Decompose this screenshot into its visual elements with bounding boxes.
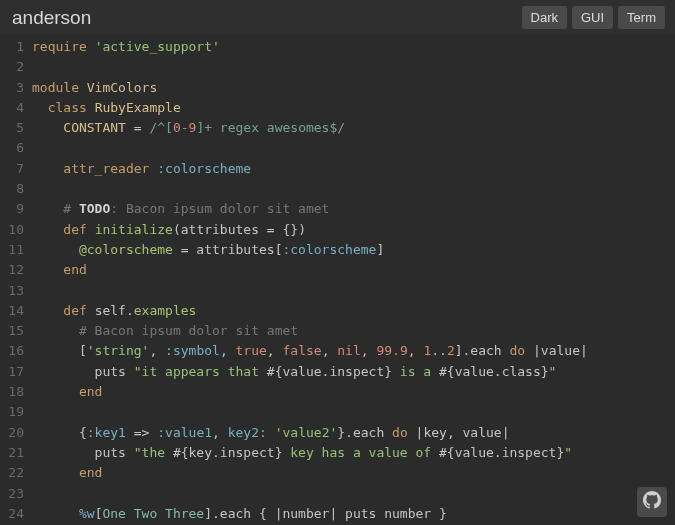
mode-button-group: Dark GUI Term — [522, 6, 665, 29]
term-button[interactable]: Term — [618, 6, 665, 29]
token-bool: false — [283, 343, 322, 358]
token-str: 'value2' — [275, 425, 338, 440]
token-cmt: # — [63, 201, 79, 216]
line-number: 2 — [0, 57, 24, 77]
code-line: module VimColors — [32, 78, 675, 98]
token-kw: require — [32, 39, 87, 54]
code-line: # TODO: Bacon ipsum dolor sit amet — [32, 199, 675, 219]
token-str: is a — [392, 364, 439, 379]
token-sym: :colorscheme — [157, 161, 251, 176]
token-punc — [87, 39, 95, 54]
token-punc: |key, value| — [408, 425, 510, 440]
token-punc: , — [212, 425, 228, 440]
token-punc — [32, 506, 79, 521]
line-number: 10 — [0, 220, 24, 240]
token-punc — [32, 100, 48, 115]
code-line: @colorscheme = attributes[:colorscheme] — [32, 240, 675, 260]
code-line — [32, 281, 675, 301]
token-punc: ].each — [455, 343, 510, 358]
token-kw: attr_reader — [63, 161, 149, 176]
line-number: 6 — [0, 138, 24, 158]
token-kw: end — [63, 262, 86, 277]
line-number: 12 — [0, 260, 24, 280]
line-number-gutter: 123456789101112131415161718192021222324 — [0, 37, 32, 524]
gui-button[interactable]: GUI — [572, 6, 613, 29]
token-cmt: # Bacon ipsum dolor sit amet — [79, 323, 298, 338]
line-number: 16 — [0, 341, 24, 361]
token-rgx: /^[ — [149, 120, 172, 135]
token-bool: true — [236, 343, 267, 358]
token-punc: , — [149, 343, 165, 358]
token-punc: ] — [376, 242, 384, 257]
token-kw: module — [32, 80, 79, 95]
token-punc — [32, 465, 79, 480]
line-number: 9 — [0, 199, 24, 219]
code-line: def self.examples — [32, 301, 675, 321]
token-punc — [32, 323, 79, 338]
token-sym: :value1 — [157, 425, 212, 440]
code-line: require 'active_support' — [32, 37, 675, 57]
line-number: 23 — [0, 484, 24, 504]
line-number: 5 — [0, 118, 24, 138]
token-sym: key2: — [228, 425, 267, 440]
token-punc: [ — [32, 343, 87, 358]
token-interp: #{value.inspect} — [267, 364, 392, 379]
token-punc — [32, 222, 63, 237]
line-number: 14 — [0, 301, 24, 321]
code-line: # Bacon ipsum dolor sit amet — [32, 321, 675, 341]
token-wlit: One Two Three — [102, 506, 204, 521]
line-number: 4 — [0, 98, 24, 118]
line-number: 19 — [0, 402, 24, 422]
line-number: 20 — [0, 423, 24, 443]
line-number: 22 — [0, 463, 24, 483]
token-num: 0 — [173, 120, 181, 135]
token-punc: |value| — [525, 343, 588, 358]
code-line: {:key1 => :value1, key2: 'value2'}.each … — [32, 423, 675, 443]
token-punc: , — [361, 343, 377, 358]
token-punc: .. — [431, 343, 447, 358]
token-punc: = — [126, 120, 149, 135]
token-str: "the — [134, 445, 173, 460]
code-editor: 123456789101112131415161718192021222324 … — [0, 35, 675, 524]
token-const: RubyExample — [95, 100, 181, 115]
line-number: 13 — [0, 281, 24, 301]
colorscheme-title: anderson — [12, 7, 91, 29]
token-punc: { — [32, 425, 87, 440]
token-punc — [32, 242, 79, 257]
token-num: 2 — [447, 343, 455, 358]
token-punc — [79, 80, 87, 95]
token-str: 'active_support' — [95, 39, 220, 54]
token-sym: :symbol — [165, 343, 220, 358]
code-area[interactable]: require 'active_support' module VimColor… — [32, 37, 675, 524]
token-meth: examples — [134, 303, 197, 318]
dark-button[interactable]: Dark — [522, 6, 567, 29]
code-line: puts "it appears that #{value.inspect} i… — [32, 362, 675, 382]
code-line: end — [32, 463, 675, 483]
line-number: 7 — [0, 159, 24, 179]
code-line: def initialize(attributes = {}) — [32, 220, 675, 240]
token-kw: def — [63, 222, 86, 237]
token-kw: def — [63, 303, 86, 318]
token-punc: puts — [32, 364, 134, 379]
code-line: ['string', :symbol, true, false, nil, 99… — [32, 341, 675, 361]
line-number: 11 — [0, 240, 24, 260]
code-line — [32, 484, 675, 504]
code-line: CONSTANT = /^[0-9]+ regex awesomes$/ — [32, 118, 675, 138]
code-line — [32, 57, 675, 77]
token-punc: = attributes[ — [173, 242, 283, 257]
token-punc — [87, 100, 95, 115]
code-line — [32, 179, 675, 199]
token-punc: , — [322, 343, 338, 358]
token-kw: end — [79, 384, 102, 399]
github-link[interactable] — [637, 487, 667, 517]
token-str: key has a value of — [282, 445, 439, 460]
token-interp: #{key.inspect} — [173, 445, 283, 460]
token-punc: , — [267, 343, 283, 358]
token-cmt: : Bacon ipsum dolor sit amet — [110, 201, 329, 216]
code-line: attr_reader :colorscheme — [32, 159, 675, 179]
line-number: 15 — [0, 321, 24, 341]
token-kw: do — [392, 425, 408, 440]
code-line: class RubyExample — [32, 98, 675, 118]
token-punc — [32, 303, 63, 318]
token-punc — [87, 222, 95, 237]
